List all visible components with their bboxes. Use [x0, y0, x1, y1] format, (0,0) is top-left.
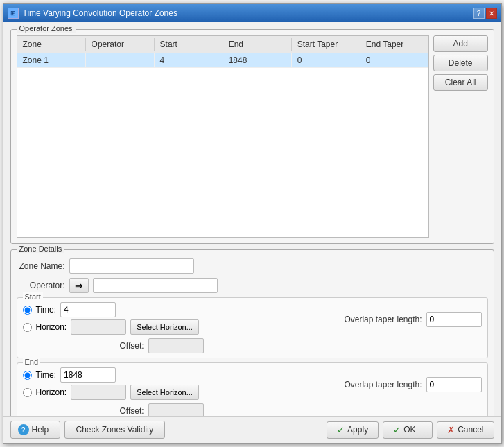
table-body: Zone 1 4 1848 0 0 — [17, 53, 428, 237]
end-col-left: Time: Horizon: Select Horizon... — [23, 367, 333, 402]
start-section: Start Time: Horizon: — [17, 297, 488, 358]
help-icon: ? — [18, 424, 29, 435]
cancel-x-icon: ✗ — [447, 425, 455, 435]
operator-label: Operator: — [17, 281, 65, 290]
end-section: End Time: Horizon: — [17, 362, 488, 416]
end-select-horizon-button[interactable]: Select Horizon... — [130, 385, 199, 400]
start-section-title: Start — [23, 292, 43, 301]
start-time-radio[interactable] — [23, 306, 32, 315]
start-time-row: Time: — [23, 302, 333, 317]
start-offset-input[interactable] — [148, 338, 204, 353]
main-window: ⊞ Time Varying Convolution Operator Zone… — [3, 3, 502, 444]
cancel-label: Cancel — [458, 425, 483, 435]
operator-input[interactable] — [93, 278, 218, 293]
end-offset-label: Offset: — [120, 406, 144, 416]
start-select-horizon-button[interactable]: Select Horizon... — [130, 319, 199, 335]
cell-start-taper: 0 — [292, 53, 360, 67]
zone-name-label: Zone Name: — [17, 261, 65, 271]
start-horizon-row: Horizon: Select Horizon... — [23, 319, 333, 335]
col-operator: Operator — [86, 38, 155, 51]
table-row[interactable]: Zone 1 4 1848 0 0 — [17, 53, 428, 68]
help-label: Help — [32, 425, 49, 435]
start-overlap-input[interactable] — [426, 312, 482, 327]
cell-start: 4 — [155, 53, 223, 67]
end-overlap-label: Overlap taper length: — [344, 380, 422, 389]
start-col-right: Overlap taper length: — [344, 302, 481, 337]
titlebar: ⊞ Time Varying Convolution Operator Zone… — [3, 4, 501, 22]
ok-label: OK — [403, 425, 415, 435]
zone-name-input[interactable] — [69, 258, 194, 274]
delete-button[interactable]: Delete — [433, 55, 488, 71]
end-horizon-radio[interactable] — [23, 388, 32, 397]
check-zones-button[interactable]: Check Zones Validity — [64, 421, 166, 439]
cancel-button[interactable]: ✗ Cancel — [437, 421, 494, 439]
col-start: Start — [155, 38, 223, 51]
help-button[interactable]: ? — [473, 8, 485, 19]
cell-zone: Zone 1 — [17, 53, 86, 67]
operator-zones-title: Operator Zones — [17, 24, 76, 33]
main-content: Operator Zones Zone Operator Start End S… — [3, 22, 501, 416]
help-btn[interactable]: ? Help — [10, 421, 60, 439]
table-header: Zone Operator Start End Start Taper End … — [17, 36, 428, 53]
cell-end-taper: 0 — [360, 53, 428, 67]
titlebar-controls: ? ✕ — [473, 8, 497, 19]
operator-arrow-button[interactable]: ⇒ — [69, 278, 89, 293]
col-end: End — [223, 38, 292, 51]
operator-row: Operator: ⇒ — [17, 278, 488, 293]
col-end-taper: End Taper — [360, 38, 428, 51]
end-horizon-label: Horizon: — [36, 387, 67, 397]
operator-arrow-icon: ⇒ — [75, 280, 83, 291]
cell-end: 1848 — [223, 53, 292, 67]
start-two-col: Time: Horizon: Select Horizon... — [23, 302, 482, 337]
apply-button[interactable]: ✓ Apply — [327, 421, 379, 439]
bottom-bar: ? Help Check Zones Validity ✓ Apply ✓ OK… — [3, 416, 501, 443]
start-time-input[interactable] — [60, 302, 116, 317]
end-col-right: Overlap taper length: — [344, 367, 481, 402]
end-time-label: Time: — [36, 370, 57, 380]
end-horizon-input[interactable] — [71, 385, 126, 400]
operator-zones-group: Operator Zones Zone Operator Start End S… — [10, 29, 494, 244]
start-horizon-input[interactable] — [71, 319, 126, 335]
zones-inner: Zone Operator Start End Start Taper End … — [17, 35, 488, 238]
apply-check-icon: ✓ — [337, 425, 345, 435]
end-time-input[interactable] — [60, 367, 116, 383]
titlebar-left: ⊞ Time Varying Convolution Operator Zone… — [8, 8, 177, 19]
add-button[interactable]: Add — [433, 35, 488, 52]
zone-details-group: Zone Details Zone Name: Operator: ⇒ — [10, 249, 494, 416]
start-horizon-label: Horizon: — [36, 322, 67, 332]
end-horizon-row: Horizon: Select Horizon... — [23, 385, 333, 400]
col-start-taper: Start Taper — [292, 38, 360, 51]
start-horizon-radio[interactable] — [23, 323, 32, 332]
end-two-col: Time: Horizon: Select Horizon... — [23, 367, 482, 402]
window-icon: ⊞ — [8, 8, 19, 19]
details-content: Zone Name: Operator: ⇒ Start — [17, 258, 488, 416]
zones-buttons: Add Delete Clear All — [433, 35, 488, 238]
zone-name-row: Zone Name: — [17, 258, 488, 274]
ok-check-icon: ✓ — [393, 425, 401, 435]
close-button[interactable]: ✕ — [486, 8, 497, 19]
end-time-radio[interactable] — [23, 371, 32, 380]
start-overlap-label: Overlap taper length: — [344, 315, 422, 324]
bottom-left: ? Help Check Zones Validity — [10, 421, 166, 439]
zones-table: Zone Operator Start End Start Taper End … — [17, 35, 429, 238]
clear-all-button[interactable]: Clear All — [433, 74, 488, 91]
window-title: Time Varying Convolution Operator Zones — [23, 8, 177, 18]
ok-button[interactable]: ✓ OK — [383, 421, 433, 439]
apply-label: Apply — [347, 425, 368, 435]
cell-operator — [86, 53, 155, 67]
col-zone: Zone — [17, 38, 86, 51]
start-col-left: Time: Horizon: Select Horizon... — [23, 302, 333, 337]
end-section-title: End — [23, 358, 41, 366]
zone-details-title: Zone Details — [17, 245, 65, 253]
end-time-row: Time: — [23, 367, 333, 383]
end-offset-input[interactable] — [148, 403, 204, 416]
start-time-label: Time: — [36, 305, 57, 315]
start-offset-label: Offset: — [120, 341, 144, 351]
end-overlap-input[interactable] — [426, 377, 482, 392]
bottom-right: ✓ Apply ✓ OK ✗ Cancel — [327, 421, 494, 439]
